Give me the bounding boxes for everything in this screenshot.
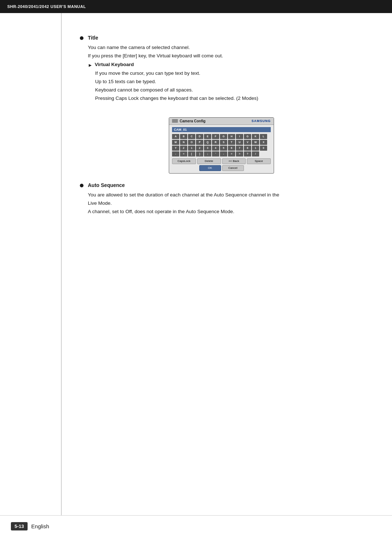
dialog-header-icon xyxy=(172,119,178,123)
samsung-logo: SAMSUNG xyxy=(252,119,271,123)
key-X[interactable]: X xyxy=(260,140,267,145)
key-K[interactable]: K xyxy=(252,134,259,139)
title-line2: If you press the [Enter] key, the Virtua… xyxy=(88,52,363,60)
key-E[interactable]: E xyxy=(204,134,211,139)
auto-sequence-body: You are allowed to set the duration of e… xyxy=(88,191,363,216)
key-M[interactable]: M xyxy=(172,140,179,145)
ok-cancel-row: OK Cancel xyxy=(172,165,271,171)
camera-config-dialog: Camera Config SAMSUNG CAM_01 A B C D E F… xyxy=(169,117,274,174)
footer: 5-13 English xyxy=(0,515,392,537)
vk-line1: If you move the cursor, you can type tex… xyxy=(95,69,363,78)
key-question[interactable]: ? xyxy=(244,151,251,156)
footer-language: English xyxy=(31,523,49,529)
key-A[interactable]: A xyxy=(172,134,179,139)
key-plus[interactable]: = xyxy=(228,151,235,156)
key-equals[interactable]: = xyxy=(180,151,187,156)
auto-sequence-label: Auto Sequence xyxy=(88,182,125,188)
key-G[interactable]: G xyxy=(220,134,227,139)
arrow-right-icon: ► xyxy=(88,62,93,68)
delete-button[interactable]: Delete xyxy=(197,158,221,164)
key-F[interactable]: F xyxy=(212,134,219,139)
key-Y[interactable]: Y xyxy=(172,146,179,151)
virtual-keyboard-label: Virtual Keyboard xyxy=(95,62,134,67)
key-W[interactable]: W xyxy=(252,140,259,145)
bullet-icon xyxy=(80,36,83,40)
key-4[interactable]: 4 xyxy=(212,146,219,151)
key-5[interactable]: 5 xyxy=(220,146,227,151)
vk-line4: Pressing Caps Lock changes the keyboard … xyxy=(95,94,363,103)
key-I[interactable]: I xyxy=(236,134,243,139)
key-P[interactable]: P xyxy=(196,140,203,145)
as-line3: A channel, set to Off, does not operate … xyxy=(88,208,363,216)
key-6[interactable]: 6 xyxy=(228,146,235,151)
key-R[interactable]: R xyxy=(212,140,219,145)
key-U[interactable]: U xyxy=(236,140,243,145)
key-D[interactable]: D xyxy=(196,134,203,139)
key-8[interactable]: 8 xyxy=(244,146,251,151)
bullet-title: Title xyxy=(80,35,363,41)
cancel-button[interactable]: Cancel xyxy=(222,165,244,171)
dialog-body: CAM_01 A B C D E F G H I G K xyxy=(169,125,274,173)
action-btn-row: CapsLock Delete << Back Space xyxy=(172,158,271,164)
vk-line3: Keyboard cannot be composed of all space… xyxy=(95,86,363,94)
key-J[interactable]: G xyxy=(244,134,251,139)
capslock-button[interactable]: CapsLock xyxy=(172,158,196,164)
cam-name-display: CAM_01 xyxy=(172,127,271,132)
manual-title: SHR-2040/2041/2042 USER'S MANUAL xyxy=(7,4,86,9)
key-B[interactable]: B xyxy=(180,134,187,139)
key-gt[interactable]: > xyxy=(236,151,243,156)
key-semicolon[interactable]: ; xyxy=(204,151,211,156)
key-3[interactable]: 3 xyxy=(204,146,211,151)
key-L[interactable]: L xyxy=(260,134,267,139)
keyboard-grid: A B C D E F G H I G K L xyxy=(172,134,271,156)
section-title-body: You can name the camera of selected chan… xyxy=(88,44,363,103)
key-lbracket[interactable]: [ xyxy=(188,151,195,156)
section-title: Title You can name the camera of selecte… xyxy=(80,35,363,103)
key-0[interactable]: 0 xyxy=(260,146,267,151)
sub-bullet-virtual-keyboard: ► Virtual Keyboard xyxy=(88,62,363,68)
key-C[interactable]: C xyxy=(188,134,195,139)
key-7[interactable]: 7 xyxy=(236,146,243,151)
key-slash[interactable]: / xyxy=(252,151,259,156)
as-line2: Live Mode. xyxy=(88,199,363,208)
key-Q[interactable]: Q xyxy=(204,140,211,145)
key-rbracket[interactable]: ] xyxy=(196,151,203,156)
key-H[interactable]: H xyxy=(228,134,235,139)
key-row-4: - = [ ] ; ' - = > ? / xyxy=(172,151,271,156)
dialog-title: Camera Config xyxy=(180,119,205,123)
bullet-auto-sequence: Auto Sequence xyxy=(80,182,363,188)
key-O[interactable]: O xyxy=(188,140,195,145)
key-1[interactable]: 1 xyxy=(188,146,195,151)
space-button[interactable]: Space xyxy=(247,158,271,164)
back-button[interactable]: << Back xyxy=(222,158,246,164)
dialog-header: Camera Config SAMSUNG xyxy=(169,118,274,125)
sidebar-divider xyxy=(61,13,62,515)
bullet-icon-2 xyxy=(80,184,83,187)
page-badge: 5-13 xyxy=(11,522,28,530)
key-tilde[interactable]: - xyxy=(220,151,227,156)
ok-button[interactable]: OK xyxy=(199,165,221,171)
key-dash[interactable]: - xyxy=(172,151,179,156)
key-9[interactable]: 1 xyxy=(252,146,259,151)
key-row-2: M N O P Q R S T U V W X xyxy=(172,140,271,145)
key-T[interactable]: T xyxy=(228,140,235,145)
section-title-label: Title xyxy=(88,35,98,41)
key-2[interactable]: 2 xyxy=(196,146,203,151)
key-V[interactable]: V xyxy=(244,140,251,145)
key-row-1: A B C D E F G H I G K L xyxy=(172,134,271,139)
key-S[interactable]: S xyxy=(220,140,227,145)
key-quote[interactable]: ' xyxy=(212,151,219,156)
key-row-3: Y Z 1 2 3 4 5 6 7 8 1 0 xyxy=(172,146,271,151)
section-auto-sequence: Auto Sequence You are allowed to set the… xyxy=(80,182,363,216)
as-line1: You are allowed to set the duration of e… xyxy=(88,191,363,199)
key-N[interactable]: N xyxy=(180,140,187,145)
key-Z[interactable]: Z xyxy=(180,146,187,151)
title-line1: You can name the camera of selected chan… xyxy=(88,44,363,52)
dialog-container: Camera Config SAMSUNG CAM_01 A B C D E F… xyxy=(80,117,363,174)
dialog-header-left: Camera Config xyxy=(172,119,205,123)
main-content: Title You can name the camera of selecte… xyxy=(65,13,377,515)
header-bar: SHR-2040/2041/2042 USER'S MANUAL xyxy=(0,0,392,13)
virtual-keyboard-body: If you move the cursor, you can type tex… xyxy=(95,69,363,103)
vk-line2: Up to 15 texts can be typed. xyxy=(95,78,363,86)
